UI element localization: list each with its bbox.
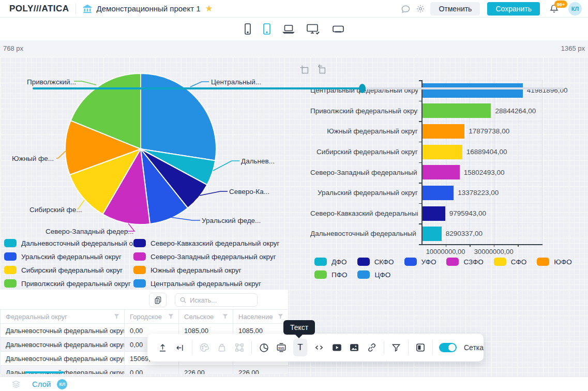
bar-value-label: 28844264,00 bbox=[495, 101, 536, 122]
legend-label: ЮФО bbox=[554, 258, 571, 266]
grid-toggle[interactable] bbox=[439, 343, 457, 352]
upload-icon[interactable] bbox=[157, 339, 168, 356]
pie-legend-item[interactable]: Центральный федеральный округ bbox=[133, 279, 279, 288]
bar[interactable] bbox=[421, 103, 491, 118]
pie-legend-item[interactable]: Северо-Кавказский федеральный округ bbox=[133, 239, 279, 247]
pie-callout-label: Дальнев... bbox=[241, 157, 275, 165]
undo-frame-icon[interactable] bbox=[316, 64, 327, 76]
pie-leader-line bbox=[171, 217, 200, 220]
table-cell: 0,00 bbox=[125, 366, 179, 374]
table-cell: Дальневосточный федеральный округ bbox=[1, 352, 125, 366]
pie-chart-icon[interactable] bbox=[258, 339, 269, 356]
bar[interactable] bbox=[421, 124, 464, 139]
grid-toggle-label: Сетка bbox=[464, 343, 484, 352]
table-search[interactable] bbox=[175, 293, 258, 307]
bar[interactable] bbox=[421, 186, 454, 200]
copy-table-button[interactable] bbox=[149, 293, 167, 307]
text-tool-button[interactable]: T bbox=[293, 339, 307, 356]
bar-chart[interactable]: Центральный федеральный округ41981896,00… bbox=[310, 78, 588, 253]
legend-color-chip bbox=[133, 266, 146, 274]
y-axis-tick bbox=[419, 183, 421, 184]
column-header-label: Сельское bbox=[184, 313, 214, 321]
bar-legend-item[interactable]: ПФО bbox=[314, 270, 347, 279]
bar-legend-item[interactable]: ЮФО bbox=[537, 258, 571, 266]
pie-callout-label: Южный фе... bbox=[12, 155, 54, 162]
bar-legend-item[interactable]: ЦФО bbox=[357, 270, 390, 279]
column-filter-icon[interactable] bbox=[222, 313, 229, 320]
cancel-button[interactable]: Отменить bbox=[430, 2, 480, 16]
y-axis-tick bbox=[419, 121, 421, 122]
column-filter-icon[interactable] bbox=[168, 313, 174, 320]
device-desktop-check-icon[interactable] bbox=[306, 23, 321, 35]
x-axis-tick bbox=[494, 244, 495, 247]
bar[interactable] bbox=[421, 145, 462, 159]
y-axis-tick bbox=[419, 162, 421, 163]
bar-category-label: Приволжский федеральный округ bbox=[310, 101, 418, 122]
legend-label: ПФО bbox=[331, 271, 347, 279]
bar-legend-item[interactable]: УФО bbox=[404, 258, 436, 266]
legend-label: УФО bbox=[421, 258, 436, 266]
legend-label: Сибирский федеральный округ bbox=[21, 266, 123, 274]
link-icon[interactable] bbox=[366, 339, 378, 356]
bar-category-label: Северо-Кавказский федеральный ... bbox=[310, 203, 418, 224]
legend-color-chip bbox=[4, 252, 17, 261]
width-slider-track[interactable] bbox=[33, 87, 564, 89]
notifications-bell-icon[interactable]: 99+ bbox=[549, 4, 559, 14]
bar-legend-item[interactable]: ДФО bbox=[314, 258, 347, 266]
panel-icon[interactable] bbox=[415, 339, 426, 356]
column-filter-icon[interactable] bbox=[277, 313, 284, 320]
text-tool-tooltip: Текст bbox=[283, 320, 315, 335]
legend-label: ДФО bbox=[331, 258, 347, 266]
bar-legend-item[interactable]: СКФО bbox=[357, 258, 394, 266]
save-button[interactable]: Сохранить bbox=[487, 2, 540, 16]
bar-value-label: 15802493,00 bbox=[464, 162, 505, 183]
device-tablet-icon[interactable] bbox=[263, 23, 271, 35]
search-input[interactable] bbox=[190, 296, 249, 304]
width-slider-fill bbox=[33, 87, 362, 89]
pie-legend-item[interactable]: Приволжский федеральный округ bbox=[4, 279, 133, 288]
svg-icon[interactable]: SVG bbox=[276, 339, 287, 356]
bar[interactable] bbox=[421, 83, 523, 98]
bar-legend-item[interactable]: СЗФО bbox=[446, 258, 483, 266]
tab-left-icon[interactable] bbox=[174, 339, 186, 356]
pie-legend-item[interactable]: Южный федеральный округ bbox=[133, 266, 279, 274]
column-filter-icon[interactable] bbox=[113, 313, 120, 320]
bar-legend-item[interactable]: СФО bbox=[494, 258, 527, 266]
bar[interactable] bbox=[421, 227, 442, 241]
favorite-star-icon[interactable]: ★ bbox=[205, 3, 213, 14]
toolbar-divider bbox=[408, 340, 409, 355]
pie-legend-item[interactable]: Северо-Западный федеральный округ bbox=[133, 252, 279, 261]
layer-label[interactable]: Слой bbox=[32, 380, 51, 388]
bar-legend: ДФОСКФОУФОСЗФОСФОЮФОПФОЦФО bbox=[314, 258, 585, 279]
add-frame-icon[interactable] bbox=[299, 64, 310, 76]
comments-icon[interactable] bbox=[401, 4, 411, 14]
pie-legend-item[interactable]: Уральский федеральный округ bbox=[4, 252, 133, 261]
pie-legend-item[interactable]: Дальневосточный федеральный округ bbox=[4, 239, 133, 247]
pie-legend-item[interactable]: Сибирский федеральный округ bbox=[4, 266, 133, 274]
filter-funnel-icon[interactable] bbox=[390, 339, 402, 356]
bar[interactable] bbox=[421, 165, 460, 179]
bar[interactable] bbox=[421, 206, 445, 221]
width-slider-handle[interactable] bbox=[359, 84, 366, 93]
y-axis-tick bbox=[419, 142, 421, 143]
device-laptop-icon[interactable] bbox=[282, 24, 295, 34]
user-avatar[interactable]: КЛ bbox=[568, 2, 582, 16]
device-widescreen-icon[interactable] bbox=[332, 24, 344, 34]
layers-icon[interactable] bbox=[11, 380, 21, 388]
code-icon[interactable] bbox=[313, 339, 325, 356]
x-axis-tick-label: 10000000,00 bbox=[426, 248, 465, 255]
device-phone-icon[interactable] bbox=[244, 23, 251, 35]
toolbar-divider bbox=[384, 340, 384, 355]
legend-label: Северо-Западный федеральный округ bbox=[150, 253, 276, 261]
dashboard-canvas[interactable]: Центральный...Дальнев...Северо-Ка...Урал… bbox=[0, 57, 588, 377]
bar-value-label: 8290337,00 bbox=[446, 223, 483, 244]
settings-gear-icon[interactable] bbox=[416, 4, 425, 13]
table-column-header: Городское bbox=[125, 310, 179, 324]
video-icon[interactable] bbox=[331, 339, 342, 356]
image-icon[interactable] bbox=[349, 339, 360, 356]
layer-bar: Слой КЛ bbox=[0, 377, 588, 391]
project-icon bbox=[82, 4, 93, 13]
pie-slice[interactable] bbox=[141, 73, 216, 161]
legend-color-chip bbox=[133, 279, 146, 288]
table-horizontal-scrollbar[interactable] bbox=[25, 371, 64, 373]
